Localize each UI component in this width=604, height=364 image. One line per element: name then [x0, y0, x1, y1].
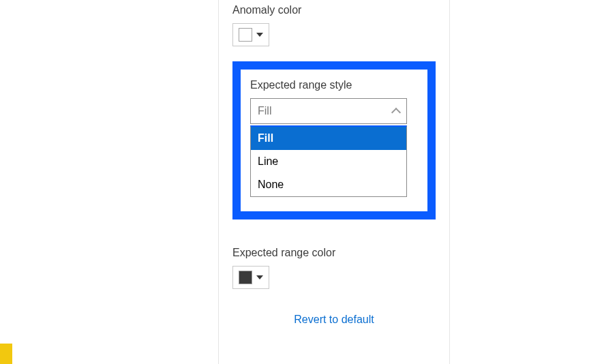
dropdown-item-line[interactable]: Line [251, 150, 406, 173]
dropdown-item-none[interactable]: None [251, 173, 406, 196]
expected-range-color-label: Expected range color [232, 247, 436, 259]
chevron-up-icon [391, 108, 401, 117]
dropdown-selected[interactable]: Fill [250, 98, 407, 124]
expected-range-style-label: Expected range style [250, 79, 418, 91]
caret-down-icon [256, 275, 263, 279]
revert-to-default[interactable]: Revert to default [232, 314, 436, 326]
format-panel: Anomaly color Expected range style Fill … [218, 0, 450, 364]
dropdown-item-fill[interactable]: Fill [251, 127, 406, 150]
expected-range-color-picker[interactable] [232, 266, 269, 289]
expected-range-color-swatch [239, 271, 252, 284]
expected-range-style-dropdown[interactable]: Fill Fill Line None [250, 98, 418, 124]
yellow-accent-bar [0, 344, 12, 364]
dropdown-selected-text: Fill [258, 105, 271, 117]
panel-scrollbar[interactable] [441, 0, 449, 364]
anomaly-color-swatch [239, 28, 252, 42]
anomaly-color-picker[interactable] [232, 23, 269, 46]
anomaly-color-label: Anomaly color [232, 4, 436, 16]
expected-range-style-highlight: Expected range style Fill Fill Line None [232, 61, 436, 219]
dropdown-list: Fill Line None [250, 125, 407, 197]
canvas-area [0, 0, 218, 364]
caret-down-icon [256, 33, 263, 37]
revert-to-default-label: Revert to default [294, 314, 374, 325]
